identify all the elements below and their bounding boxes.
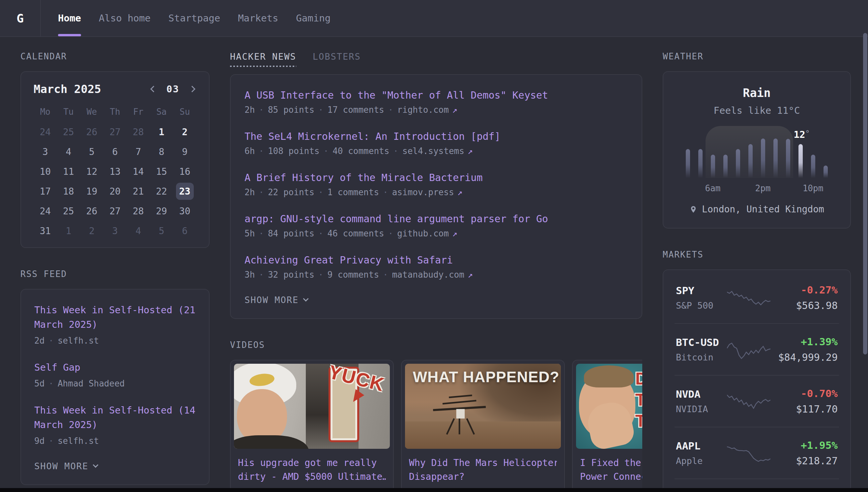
calendar-day-number: 27 — [106, 123, 124, 141]
news-item-comments[interactable]: 40 comments — [333, 146, 389, 156]
market-sparkline — [725, 340, 772, 359]
nav-tabs: HomeAlso homeStartpageMarketsGaming — [58, 0, 331, 36]
calendar-day-number: 8 — [153, 143, 170, 160]
market-change: +1.95% — [772, 439, 838, 451]
calendar-day: 3 — [34, 143, 57, 160]
calendar-day: 26 — [80, 123, 103, 141]
calendar-day: 2 — [173, 123, 196, 141]
thumbnail-art-shirt — [234, 435, 309, 449]
news-item-comments[interactable]: 46 comments — [327, 228, 384, 239]
calendar-day-number: 4 — [60, 143, 77, 160]
news-show-more-button[interactable]: SHOW MORE — [244, 295, 308, 305]
calendar-day: 20 — [103, 183, 127, 200]
news-item-comments[interactable]: 9 comments — [327, 270, 379, 280]
separator-dot-icon: · — [48, 378, 54, 389]
market-values: -0.70%$117.70 — [772, 388, 838, 415]
video-title[interactable]: Why Did The Mars HelicopterDisappear? — [409, 456, 557, 484]
calendar-day-number: 28 — [130, 123, 147, 141]
video-thumbnail[interactable]: DOTHT — [576, 364, 642, 449]
chevron-down-icon — [303, 296, 309, 301]
external-link-icon: ↗ — [452, 228, 457, 239]
news-item-title[interactable]: A USB Interface to the "Mother of All De… — [244, 89, 628, 101]
news-item-time: 5h — [244, 228, 255, 239]
rss-item-title[interactable]: This Week in Self-Hosted (21 March 2025) — [34, 303, 196, 332]
calendar-next-button[interactable] — [188, 85, 196, 93]
weather-bar — [736, 149, 740, 178]
rss-item-title[interactable]: Self Gap — [34, 360, 196, 375]
rss-item-time: 9d — [34, 436, 45, 446]
video-thumbnail[interactable]: YUCK — [234, 364, 390, 449]
news-item-comments[interactable]: 17 comments — [327, 105, 384, 115]
scrollbar-thumb[interactable] — [863, 33, 867, 354]
market-sparkline — [725, 392, 772, 411]
news-item-meta: 2h·85 points·17 comments·righto.com↗ — [244, 105, 628, 115]
weather-bar — [823, 166, 828, 178]
rss-list: This Week in Self-Hosted (21 March 2025)… — [34, 303, 196, 446]
news-tabs: HACKER NEWSLOBSTERS — [230, 51, 642, 67]
market-row-aapl[interactable]: AAPLApple+1.95%$218.27 — [675, 427, 839, 478]
app-logo[interactable]: G — [17, 11, 24, 25]
calendar-day: 22 — [150, 183, 173, 200]
thumbnail-overlay-line: DO — [635, 369, 642, 389]
news-tab-lobsters[interactable]: LOBSTERS — [313, 51, 361, 67]
calendar-day-number: 9 — [176, 143, 194, 160]
video-title[interactable]: His upgrade got me reallydirty - AMD $50… — [238, 456, 386, 484]
calendar-day-number: 25 — [60, 202, 77, 220]
rss-item-meta: 5d·Ahmad Shadeed — [34, 378, 196, 389]
calendar-day: 6 — [103, 143, 127, 160]
news-item-title[interactable]: A Brief History of the Miracle Bacterium — [244, 172, 628, 183]
calendar-day-number: 31 — [36, 222, 54, 239]
thumbnail-overlay-text: DOTHT — [635, 369, 642, 430]
market-row-spy[interactable]: SPYS&P 500-0.27%$563.98 — [675, 272, 839, 323]
calendar-day-number: 23 — [176, 183, 194, 200]
news-item-title[interactable]: argp: GNU-style command line argument pa… — [244, 213, 628, 225]
news-item-source[interactable]: sel4.systems — [402, 146, 464, 156]
rss-item-source[interactable]: selfh.st — [58, 436, 99, 446]
logo-container: G — [0, 0, 41, 36]
market-price: $84,999.29 — [772, 351, 838, 363]
video-title[interactable]: I Fixed the 5090Power Connector — [580, 456, 642, 484]
bottom-strip — [0, 488, 868, 492]
news-tab-hacker-news[interactable]: HACKER NEWS — [230, 51, 296, 67]
market-row-btc-usd[interactable]: BTC-USDBitcoin+1.39%$84,999.29 — [675, 323, 839, 375]
calendar-day: 21 — [127, 183, 150, 200]
rss-item-title[interactable]: This Week in Self-Hosted (14 March 2025) — [34, 403, 196, 432]
calendar-header: March 2025 03 — [34, 82, 196, 96]
weather-bar — [723, 155, 728, 178]
chevron-left-icon — [150, 86, 157, 92]
news-item-source[interactable]: asimov.press — [392, 187, 454, 197]
thumbnail-overlay-line: TH — [635, 390, 642, 410]
calendar-day-number: 7 — [130, 143, 147, 160]
market-id: AAPLApple — [676, 440, 725, 466]
nav-tab-also-home[interactable]: Also home — [99, 0, 151, 36]
calendar-day: 15 — [150, 163, 173, 180]
market-symbol: SPY — [676, 285, 725, 296]
rss-show-more-button[interactable]: SHOW MORE — [34, 461, 98, 471]
weather-bar — [786, 139, 790, 178]
calendar-day: 25 — [57, 123, 80, 141]
news-item-source[interactable]: matanabudy.com — [392, 270, 464, 280]
news-item-title[interactable]: Achieving Great Privacy with Safari — [244, 254, 628, 266]
market-name: NVIDIA — [676, 404, 725, 414]
video-thumbnail[interactable]: WHAT HAPPENED? — [405, 364, 561, 449]
calendar-day-number: 22 — [153, 183, 170, 200]
news-item-source[interactable]: righto.com — [397, 105, 449, 115]
calendar-day: 23 — [173, 183, 196, 200]
rss-item-source[interactable]: selfh.st — [58, 336, 99, 346]
nav-tab-markets[interactable]: Markets — [238, 0, 278, 36]
news-item-title[interactable]: The SeL4 Microkernel: An Introduction [p… — [244, 130, 628, 142]
news-item-source[interactable]: github.com — [397, 228, 449, 239]
calendar-weekday: Su — [173, 107, 196, 117]
nav-tab-startpage[interactable]: Startpage — [168, 0, 220, 36]
calendar-day-number: 11 — [60, 163, 77, 180]
rss-item-source[interactable]: Ahmad Shadeed — [58, 378, 125, 389]
calendar-day: 19 — [80, 183, 103, 200]
news-item-comments[interactable]: 1 comments — [327, 187, 379, 197]
news-item-meta: 2h·22 points·1 comments·asimov.press↗ — [244, 187, 628, 197]
separator-dot-icon: · — [48, 336, 54, 346]
nav-tab-home[interactable]: Home — [58, 0, 81, 36]
calendar-prev-button[interactable] — [149, 85, 158, 93]
nav-tab-gaming[interactable]: Gaming — [296, 0, 331, 36]
market-row-nvda[interactable]: NVDANVIDIA-0.70%$117.70 — [675, 375, 839, 427]
external-link-icon: ↗ — [468, 270, 473, 280]
